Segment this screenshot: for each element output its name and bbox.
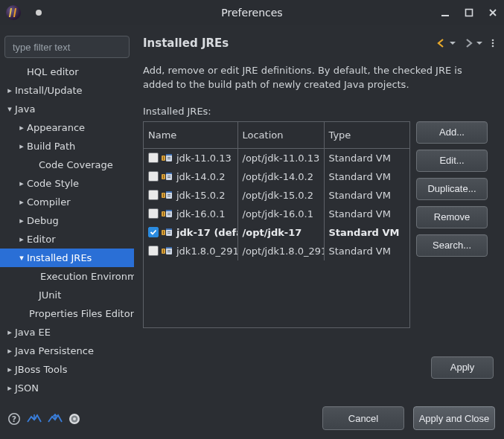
jre-name: jdk-17 (default) (176, 227, 237, 238)
table-header-row: Name Location Type (144, 122, 410, 149)
svg-point-14 (492, 42, 494, 45)
jre-name: jdk-14.0.2 (176, 171, 225, 182)
oomph-icon[interactable] (68, 413, 80, 425)
dialog-body: HQL editor ▸Install/Update ▾Java ▸Appear… (0, 25, 504, 439)
table-row[interactable]: jdk1.8.0_291/opt/jdk1.8.0_291Standard VM (144, 242, 410, 260)
apply-and-close-button[interactable]: Apply and Close (413, 406, 495, 430)
view-menu-icon[interactable] (491, 38, 495, 48)
svg-rect-6 (441, 15, 449, 16)
filter-input[interactable] (4, 36, 130, 58)
add-button[interactable]: Add... (416, 121, 488, 144)
apply-button[interactable]: Apply (431, 356, 494, 379)
jre-location: /opt/jdk1.8.0_291 (237, 242, 324, 260)
jre-type: Standard VM (324, 149, 410, 167)
jre-checkbox[interactable] (148, 246, 159, 256)
table-row[interactable]: jdk-15.0.2/opt/jdk-15.0.2Standard VM (144, 186, 410, 205)
jre-name: jdk1.8.0_291 (176, 246, 237, 257)
jre-location: /opt/jdk-16.0.1 (237, 205, 324, 223)
jre-type: Standard VM (324, 205, 410, 223)
titlebar: Preferences (0, 0, 504, 25)
tree-item-jboss-tools[interactable]: ▸JBoss Tools (0, 360, 134, 379)
edit-button[interactable]: Edit... (416, 150, 488, 172)
svg-point-15 (492, 45, 494, 48)
help-icon[interactable]: ? (7, 412, 21, 426)
jre-type: Standard VM (324, 167, 410, 186)
jre-checkbox[interactable] (148, 171, 159, 182)
panel-title: Installed JREs (143, 36, 229, 50)
nav-back-menu[interactable] (449, 38, 456, 48)
svg-rect-7 (466, 10, 473, 16)
close-button[interactable] (488, 7, 498, 18)
panel: Installed JREs Add, remove or edit JRE d… (134, 25, 504, 439)
col-name[interactable]: Name (144, 122, 237, 149)
tree-item-java-ee[interactable]: ▸Java EE (0, 323, 134, 342)
tree-item-code-style[interactable]: ▸Code Style (0, 174, 134, 193)
tree-item-build-path[interactable]: ▸Build Path (0, 137, 134, 156)
jre-checkbox[interactable] (148, 208, 159, 219)
jre-name: jdk-11.0.13 (176, 153, 232, 164)
jre-icon (162, 209, 173, 218)
jre-location: /opt/jdk-17 (237, 223, 324, 242)
jre-type: Standard VM (324, 242, 410, 260)
remove-button[interactable]: Remove (416, 206, 488, 228)
table-row[interactable]: jdk-11.0.13/opt/jdk-11.0.13Standard VM (144, 149, 410, 167)
tree-item-java[interactable]: ▾Java (0, 100, 134, 118)
tree-item-junit[interactable]: JUnit (0, 286, 134, 304)
tree-item-json[interactable]: ▸JSON (0, 379, 134, 397)
jre-icon (162, 246, 173, 255)
maximize-button[interactable] (464, 7, 474, 18)
jre-type: Standard VM (324, 186, 410, 205)
modified-indicator-icon (36, 10, 42, 16)
jre-location: /opt/jdk-11.0.13 (237, 149, 324, 167)
tree-item-java-persistence[interactable]: ▸Java Persistence (0, 342, 134, 360)
svg-point-13 (492, 39, 494, 42)
eclipse-icon (6, 5, 21, 20)
table-row[interactable]: jdk-14.0.2/opt/jdk-14.0.2Standard VM (144, 167, 410, 186)
export-icon[interactable] (48, 413, 63, 425)
jre-name: jdk-15.0.2 (176, 190, 225, 201)
jre-type: Standard VM (324, 223, 410, 242)
tree-item-editor[interactable]: ▸Editor (0, 230, 134, 249)
jre-icon (162, 172, 173, 181)
import-icon[interactable] (27, 413, 42, 425)
jre-location: /opt/jdk-15.0.2 (237, 186, 324, 205)
tree-item-hql-editor[interactable]: HQL editor (0, 63, 134, 81)
jre-checkbox[interactable] (148, 227, 159, 237)
cancel-button[interactable]: Cancel (322, 406, 404, 430)
tree-item-install-update[interactable]: ▸Install/Update (0, 81, 134, 100)
tree-item-appearance[interactable]: ▸Appearance (0, 118, 134, 137)
nav-forward-button[interactable] (462, 38, 474, 48)
tree-item-execution-environments[interactable]: Execution Environments (0, 267, 134, 286)
nav-forward-menu[interactable] (476, 38, 483, 48)
jre-name: jdk-16.0.1 (176, 208, 225, 220)
jre-checkbox[interactable] (148, 190, 159, 200)
tree-item-debug[interactable]: ▸Debug (0, 211, 134, 230)
table-row[interactable]: jdk-17 (default)/opt/jdk-17Standard VM (144, 223, 410, 242)
nav-back-button[interactable] (436, 38, 447, 48)
table-row[interactable]: jdk-16.0.1/opt/jdk-16.0.1Standard VM (144, 205, 410, 223)
tree-item-compiler[interactable]: ▸Compiler (0, 193, 134, 211)
tree-item-properties-files-editor[interactable]: Properties Files Editor (0, 304, 134, 323)
panel-description: Add, remove or edit JRE definitions. By … (143, 64, 485, 92)
tree-item-installed-jres[interactable]: ▾Installed JREs (0, 249, 134, 267)
col-type[interactable]: Type (324, 122, 410, 149)
section-label: Installed JREs: (143, 106, 495, 117)
minimize-button[interactable] (440, 7, 450, 18)
jre-icon (162, 228, 173, 237)
jre-location: /opt/jdk-14.0.2 (237, 167, 324, 186)
col-location[interactable]: Location (237, 122, 324, 149)
svg-point-12 (73, 417, 76, 420)
jre-checkbox[interactable] (148, 153, 159, 163)
svg-text:?: ? (12, 414, 16, 424)
sidebar: HQL editor ▸Install/Update ▾Java ▸Appear… (0, 25, 134, 439)
jre-table[interactable]: Name Location Type jdk-11.0.13/opt/jdk-1… (143, 121, 410, 328)
jre-icon (162, 190, 173, 199)
preferences-tree[interactable]: HQL editor ▸Install/Update ▾Java ▸Appear… (0, 61, 134, 406)
search-button[interactable]: Search... (416, 234, 488, 257)
duplicate-button[interactable]: Duplicate... (416, 178, 488, 200)
window-title: Preferences (0, 7, 504, 19)
jre-icon (162, 153, 173, 162)
tree-item-code-coverage[interactable]: Code Coverage (0, 156, 134, 174)
